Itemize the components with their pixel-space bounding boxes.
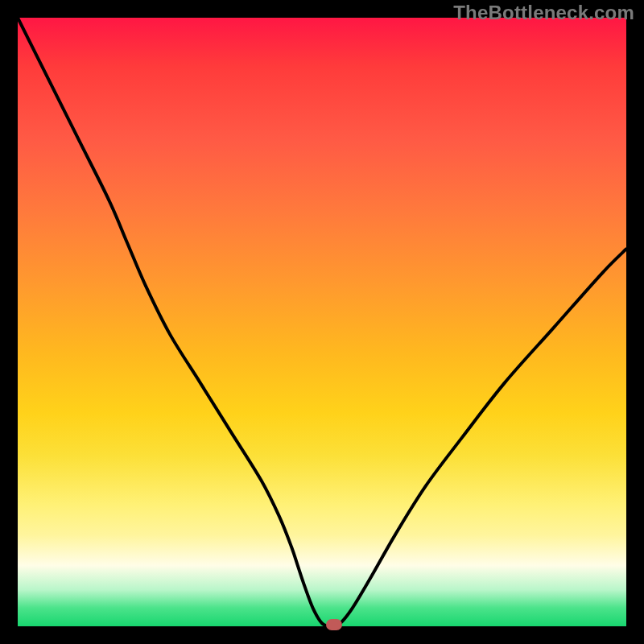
chart-frame: TheBottleneck.com <box>0 0 644 644</box>
bottleneck-curve <box>18 18 626 626</box>
watermark-text: TheBottleneck.com <box>453 2 634 24</box>
minimum-marker <box>326 619 342 630</box>
